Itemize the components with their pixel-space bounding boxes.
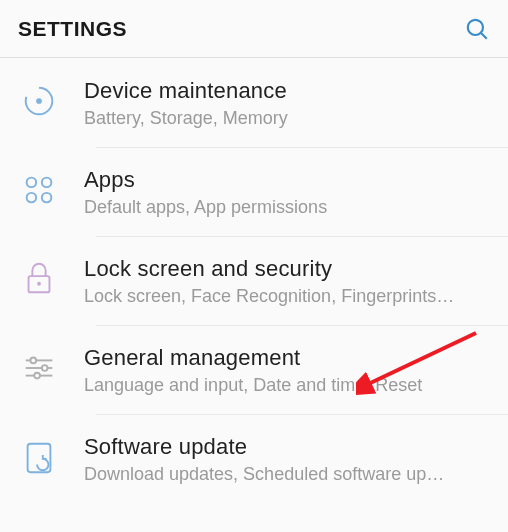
- item-text: Software update Download updates, Schedu…: [84, 432, 490, 485]
- sliders-icon: [20, 349, 58, 387]
- item-title: Software update: [84, 434, 490, 460]
- list-item-apps[interactable]: Apps Default apps, App permissions: [0, 147, 508, 236]
- list-item-lock-screen[interactable]: Lock screen and security Lock screen, Fa…: [0, 236, 508, 325]
- item-text: Lock screen and security Lock screen, Fa…: [84, 254, 490, 307]
- settings-list: Device maintenance Battery, Storage, Mem…: [0, 58, 508, 503]
- item-text: Device maintenance Battery, Storage, Mem…: [84, 76, 490, 129]
- item-subtitle: Download updates, Scheduled software up…: [84, 464, 484, 485]
- list-item-general-management[interactable]: General management Language and input, D…: [0, 325, 508, 414]
- item-subtitle: Battery, Storage, Memory: [84, 108, 484, 129]
- lock-icon: [20, 260, 58, 298]
- item-title: Device maintenance: [84, 78, 490, 104]
- device-maintenance-icon: [20, 82, 58, 120]
- list-item-device-maintenance[interactable]: Device maintenance Battery, Storage, Mem…: [0, 58, 508, 147]
- item-subtitle: Language and input, Date and time, Reset: [84, 375, 484, 396]
- svg-point-6: [27, 193, 37, 203]
- svg-point-11: [30, 358, 36, 364]
- page-title: SETTINGS: [18, 17, 127, 41]
- svg-point-15: [34, 373, 40, 379]
- list-item-software-update[interactable]: Software update Download updates, Schedu…: [0, 414, 508, 503]
- search-icon[interactable]: [464, 16, 490, 42]
- item-subtitle: Lock screen, Face Recognition, Fingerpri…: [84, 286, 484, 307]
- svg-point-13: [42, 365, 48, 371]
- item-title: Apps: [84, 167, 490, 193]
- svg-line-1: [481, 32, 487, 38]
- item-title: Lock screen and security: [84, 256, 490, 282]
- apps-icon: [20, 171, 58, 209]
- svg-point-3: [36, 98, 42, 104]
- item-subtitle: Default apps, App permissions: [84, 197, 484, 218]
- svg-point-0: [468, 19, 483, 34]
- svg-point-4: [27, 178, 37, 188]
- item-title: General management: [84, 345, 490, 371]
- svg-point-9: [37, 282, 41, 286]
- item-text: General management Language and input, D…: [84, 343, 490, 396]
- header: SETTINGS: [0, 0, 508, 58]
- software-update-icon: [20, 438, 58, 476]
- svg-point-7: [42, 193, 52, 203]
- item-text: Apps Default apps, App permissions: [84, 165, 490, 218]
- svg-point-5: [42, 178, 52, 188]
